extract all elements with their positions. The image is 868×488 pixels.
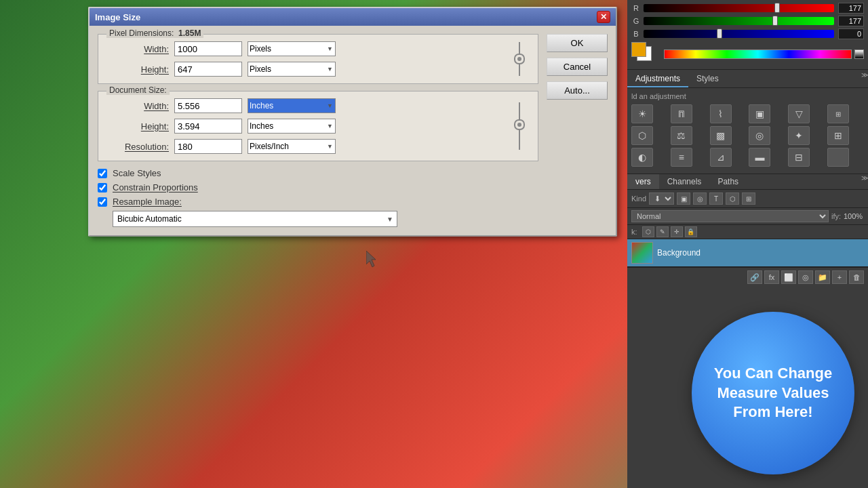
doc-height-input[interactable]: 3.594 — [174, 119, 242, 134]
type-layer-icon[interactable]: T — [709, 192, 723, 205]
black-white-bar[interactable] — [854, 49, 864, 59]
new-group-btn[interactable]: 📁 — [815, 270, 830, 284]
constrain-proportions-label[interactable]: Constrain Proportions — [113, 182, 198, 192]
delete-layer-btn[interactable]: 🗑 — [849, 270, 864, 284]
kind-select[interactable]: ⬇ — [649, 192, 674, 205]
lock-all-btn[interactable]: 🔒 — [685, 226, 697, 237]
resample-image-label[interactable]: Resample Image: — [113, 197, 182, 207]
panel-expand-icon[interactable]: ≫ — [861, 71, 868, 87]
swatch-area — [631, 42, 658, 66]
exposure-icon[interactable]: ▣ — [749, 104, 770, 123]
cancel-button[interactable]: Cancel — [547, 58, 608, 76]
channelmixer-icon[interactable]: ✦ — [788, 126, 810, 145]
empty-icon — [827, 148, 849, 167]
g-value-input[interactable]: 177 — [838, 16, 864, 26]
scale-styles-row: Scale Styles — [98, 168, 538, 178]
threshold-icon[interactable]: ⊿ — [710, 148, 732, 167]
lock-row: k: ⬡ ✎ ✛ 🔒 — [627, 225, 868, 239]
auto-button[interactable]: Auto... — [547, 81, 608, 100]
new-adjustment-btn[interactable]: ◎ — [798, 270, 813, 284]
resample-image-row: Resample Image: — [98, 197, 538, 207]
tooltip-circle: You Can Change Measure Values From Here! — [692, 312, 854, 474]
photofilter-icon[interactable]: ◎ — [749, 126, 770, 145]
pixel-chain-link — [511, 42, 528, 76]
add-mask-btn[interactable]: ⬜ — [781, 270, 796, 284]
pixel-height-unit-select[interactable]: Pixels Percent — [248, 62, 336, 77]
lock-position-btn[interactable]: ✛ — [671, 226, 683, 237]
g-slider-thumb[interactable] — [772, 16, 778, 26]
resolution-input[interactable]: 180 — [174, 139, 242, 154]
brightness-icon[interactable]: ☀ — [631, 104, 653, 123]
adjustments-tabs: Adjustments Styles ≫ — [627, 70, 868, 88]
b-slider-container[interactable] — [644, 29, 834, 39]
layers-expand-icon[interactable]: ≫ — [861, 174, 868, 189]
pixel-height-input[interactable]: 647 — [174, 62, 242, 77]
smart-layer-icon[interactable]: ⊞ — [742, 192, 755, 205]
link-layers-btn[interactable]: 🔗 — [747, 270, 762, 284]
resample-method-select[interactable]: Bicubic Automatic Bicubic Smoother Bicub… — [113, 211, 397, 227]
invert-icon[interactable]: ◐ — [631, 148, 653, 167]
doc-height-label: Height: — [108, 121, 169, 131]
dialog-body: Pixel Dimensions: 1.85M Width: 1000 Pixe… — [90, 26, 616, 235]
tab-adjustments[interactable]: Adjustments — [627, 71, 688, 87]
b-slider-thumb[interactable] — [717, 28, 722, 39]
doc-height-unit-select[interactable]: Inches cm mm — [248, 119, 336, 134]
lock-transparent-btn[interactable]: ⬡ — [642, 226, 654, 237]
dialog-close-button[interactable]: ✕ — [597, 11, 610, 23]
resample-image-checkbox[interactable] — [98, 197, 107, 207]
add-style-btn[interactable]: fx — [764, 270, 779, 284]
pixel-width-input[interactable]: 1000 — [174, 41, 242, 56]
pixel-width-row: Width: 1000 Pixels Percent — [108, 41, 508, 56]
colorbalance-icon[interactable]: ⚖ — [671, 126, 692, 145]
gradient-icon[interactable]: ▽ — [788, 104, 810, 123]
doc-width-unit-select[interactable]: Inches cm mm Points Picas Columns Pixels… — [248, 98, 336, 113]
ok-button[interactable]: OK — [547, 34, 608, 52]
r-slider-thumb[interactable] — [774, 3, 780, 13]
scale-styles-checkbox[interactable] — [98, 169, 107, 178]
spectrum-bar[interactable] — [664, 49, 852, 59]
tab-paths[interactable]: Paths — [709, 174, 747, 189]
g-slider-container[interactable] — [644, 16, 834, 26]
curves-icon[interactable]: ⌇ — [710, 104, 732, 123]
lock-pixels-btn[interactable]: ✎ — [656, 226, 669, 237]
posterize-icon[interactable]: ≡ — [671, 148, 692, 167]
adjustment-layer-icon[interactable]: ◎ — [693, 192, 707, 205]
blend-mode-select[interactable]: Normal — [631, 210, 829, 222]
gradientmap-icon[interactable]: ▬ — [749, 148, 770, 167]
dialog-buttons: OK Cancel Auto... — [547, 34, 608, 227]
scale-styles-label[interactable]: Scale Styles — [113, 168, 161, 178]
svg-point-2 — [517, 57, 521, 61]
pixel-layer-icon[interactable]: ▣ — [677, 192, 690, 205]
vibrance-icon[interactable]: ⊞ — [827, 104, 849, 123]
bw-icon[interactable]: ▩ — [710, 126, 732, 145]
tab-styles[interactable]: Styles — [688, 71, 727, 87]
levels-icon[interactable]: ⩎ — [671, 104, 692, 123]
resolution-row: Resolution: 180 Pixels/Inch Pixels/cm — [108, 139, 508, 154]
pixel-width-unit-select[interactable]: Pixels Percent — [248, 41, 336, 56]
tab-layers[interactable]: vers — [627, 174, 659, 189]
image-size-dialog: Image Size ✕ Pixel Dimensions: 1.85M Wi — [88, 7, 617, 237]
doc-width-row: Width: 5.556 Inches cm mm Points Picas — [108, 98, 508, 113]
constrain-proportions-checkbox[interactable] — [98, 183, 107, 192]
foreground-swatch[interactable] — [631, 42, 646, 57]
hue-icon[interactable]: ⬡ — [631, 126, 653, 145]
resolution-unit-select[interactable]: Pixels/Inch Pixels/cm — [248, 139, 336, 154]
r-slider-container[interactable] — [644, 3, 834, 13]
layers-toolbar: Kind ⬇ ▣ ◎ T ⬡ ⊞ — [627, 190, 868, 208]
doc-width-input[interactable]: 5.556 — [174, 98, 242, 113]
b-value-input[interactable]: 0 — [838, 28, 864, 39]
layer-name-label: Background — [657, 248, 701, 258]
resolution-label: Resolution: — [108, 142, 169, 152]
dialog-titlebar: Image Size ✕ — [90, 8, 616, 26]
adjustments-content: ld an adjustment ☀ ⩎ ⌇ ▣ ▽ ⊞ ⬡ ⚖ ▩ ◎ ✦ ⊞… — [627, 88, 868, 174]
new-layer-btn[interactable]: + — [832, 270, 847, 284]
r-label: R — [631, 4, 641, 12]
colorlookup-icon[interactable]: ⊞ — [827, 126, 849, 145]
r-value-input[interactable]: 177 — [838, 3, 864, 14]
tab-channels[interactable]: Channels — [659, 174, 710, 189]
shape-layer-icon[interactable]: ⬡ — [726, 192, 739, 205]
pixel-dimensions-label: Pixel Dimensions: 1.85M — [106, 28, 203, 38]
color-area: R 177 G 177 B 0 — [627, 0, 868, 70]
selectivecolor-icon[interactable]: ⊟ — [788, 148, 810, 167]
layer-background[interactable]: Background — [627, 239, 868, 267]
